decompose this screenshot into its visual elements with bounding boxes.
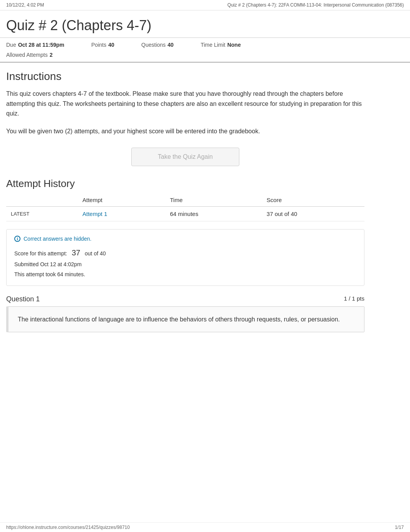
main-content: Instructions This quiz covers chapters 4… (0, 63, 371, 340)
attempt-detail-box: i Correct answers are hidden. Score for … (6, 229, 364, 286)
questions-value: 40 (168, 42, 174, 48)
question-1-text: The interactional functions of language … (18, 314, 355, 325)
questions-item: Questions 40 (141, 42, 174, 48)
col-header-score: Score (262, 194, 364, 207)
points-value: 40 (108, 42, 114, 48)
table-row: LATEST Attempt 1 64 minutes 37 out of 40 (6, 207, 364, 221)
question-1-box: The interactional functions of language … (6, 306, 364, 333)
take-quiz-again-button[interactable]: Take the Quiz Again (131, 148, 239, 166)
timestamp: 10/12/22, 4:02 PM (6, 2, 44, 8)
latest-label: LATEST (6, 207, 78, 221)
question-1-header: Question 1 1 / 1 pts (6, 295, 364, 303)
instructions-paragraph1: This quiz covers chapters 4-7 of the tex… (6, 89, 364, 119)
table-header-row: Attempt Time Score (6, 194, 364, 207)
attempt-time: 64 minutes (165, 207, 262, 221)
submitted-line: Submitted Oct 12 at 4:02pm (14, 260, 356, 269)
page-title: Quiz # 2 (Chapters 4-7) (0, 10, 410, 38)
col-header-attempt: Attempt (78, 194, 166, 207)
allowed-attempts-value: 2 (49, 52, 53, 58)
attempt-1-link[interactable]: Attempt 1 (83, 211, 107, 217)
attempt-history-table: Attempt Time Score LATEST Attempt 1 64 m… (6, 194, 364, 221)
instructions-paragraph2: You will be given two (2) attempts, and … (6, 126, 364, 136)
question-1-points: 1 / 1 pts (344, 295, 364, 302)
col-header-empty (6, 194, 78, 207)
attempt-score: 37 out of 40 (262, 207, 364, 221)
info-icon: i (14, 236, 20, 242)
col-header-time: Time (165, 194, 262, 207)
score-details: Score for this attempt: 37 out of 40 Sub… (14, 246, 356, 279)
due-label: Due (6, 42, 16, 48)
due-value: Oct 28 at 11:59pm (18, 42, 64, 48)
meta-bar: Due Oct 28 at 11:59pm Points 40 Question… (0, 38, 410, 63)
attempt-history-title: Attempt History (6, 178, 364, 190)
score-label: Score for this attempt: (14, 250, 67, 257)
points-item: Points 40 (91, 42, 115, 48)
time-limit-item: Time Limit None (201, 42, 241, 48)
points-label: Points (91, 42, 107, 48)
time-limit-value: None (227, 42, 241, 48)
allowed-attempts-label: Allowed Attempts (6, 52, 47, 58)
duration-line: This attempt took 64 minutes. (14, 270, 356, 279)
time-limit-label: Time Limit (201, 42, 225, 48)
question-1-section: Question 1 1 / 1 pts The interactional f… (6, 295, 364, 333)
breadcrumb: Quiz # 2 (Chapters 4-7): 22FA COMM-113-0… (227, 2, 404, 8)
attempt-link-cell[interactable]: Attempt 1 (78, 207, 166, 221)
due-item: Due Oct 28 at 11:59pm (6, 42, 64, 48)
allowed-attempts-item: Allowed Attempts 2 (6, 52, 53, 58)
questions-label: Questions (141, 42, 166, 48)
question-1-title: Question 1 (6, 295, 40, 303)
score-number: 37 (72, 248, 80, 257)
info-icon-row: i Correct answers are hidden. (14, 236, 356, 242)
top-bar: 10/12/22, 4:02 PM Quiz # 2 (Chapters 4-7… (0, 0, 410, 10)
score-line: Score for this attempt: 37 out of 40 (14, 246, 356, 260)
info-message: Correct answers are hidden. (24, 236, 91, 242)
instructions-title: Instructions (6, 70, 364, 83)
score-suffix: out of 40 (85, 250, 106, 257)
